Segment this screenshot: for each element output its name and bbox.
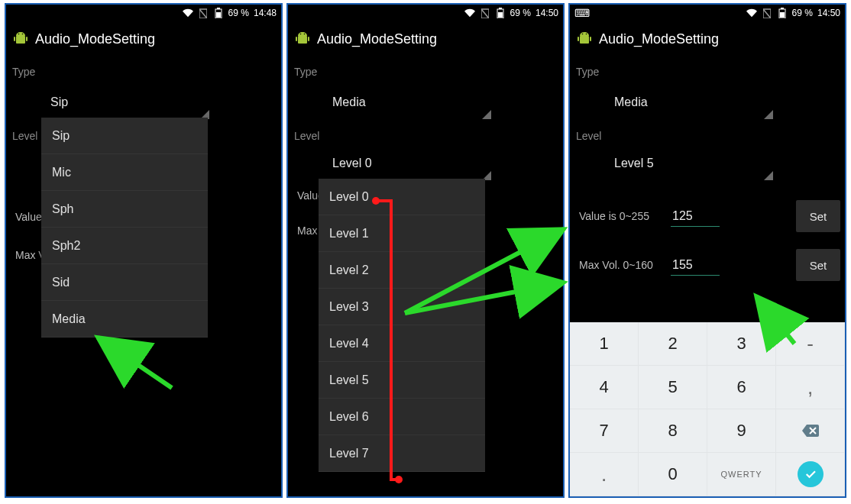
app-bar: Audio_ModeSetting <box>570 21 845 57</box>
svg-rect-6 <box>14 37 15 41</box>
wifi-icon <box>464 8 475 18</box>
status-bar: 69 % 14:48 <box>6 5 281 21</box>
svg-rect-23 <box>781 8 784 9</box>
dropdown-item[interactable]: Level 7 <box>319 435 485 472</box>
svg-point-9 <box>22 34 24 35</box>
key-backspace[interactable] <box>776 409 845 453</box>
backspace-icon <box>801 423 820 438</box>
key-done[interactable] <box>776 453 845 496</box>
svg-rect-26 <box>578 37 579 41</box>
max-vol-input[interactable] <box>671 255 720 276</box>
svg-point-28 <box>582 34 584 35</box>
check-icon <box>798 461 823 487</box>
type-spinner[interactable]: Media <box>323 86 491 119</box>
svg-rect-17 <box>308 37 309 41</box>
keyboard-indicator-icon: ⌨ <box>574 7 591 19</box>
level-spinner[interactable]: Level 0 <box>323 147 491 180</box>
svg-rect-25 <box>580 36 589 44</box>
key-5[interactable]: 5 <box>639 366 707 409</box>
battery-percent: 69 % <box>792 8 813 18</box>
key-qwerty[interactable]: QWERTY <box>707 453 776 496</box>
level-label: Level <box>294 130 558 142</box>
type-spinner[interactable]: Sip <box>41 86 209 119</box>
battery-icon <box>777 8 788 18</box>
type-label: Type <box>12 66 277 78</box>
clock: 14:50 <box>817 8 840 18</box>
value-input[interactable] <box>671 206 720 227</box>
svg-rect-13 <box>499 8 502 9</box>
dropdown-item[interactable]: Level 4 <box>319 325 485 362</box>
dropdown-item[interactable]: Sip <box>41 118 208 154</box>
svg-line-11 <box>481 9 489 18</box>
key-dot[interactable]: . <box>570 453 639 496</box>
dropdown-item[interactable]: Level 0 <box>319 179 485 215</box>
dropdown-item[interactable]: Mic <box>41 154 208 191</box>
set-value-button[interactable]: Set <box>796 200 840 232</box>
battery-percent: 69 % <box>228 8 249 18</box>
svg-line-1 <box>199 9 207 18</box>
svg-rect-14 <box>498 12 503 18</box>
app-title: Audio_ModeSetting <box>35 31 155 47</box>
dropdown-item[interactable]: Level 2 <box>319 252 485 289</box>
dropdown-item[interactable]: Level 6 <box>319 399 485 435</box>
wifi-icon <box>183 8 193 18</box>
svg-point-18 <box>300 34 302 35</box>
android-icon <box>574 29 594 49</box>
battery-percent: 69 % <box>510 8 531 18</box>
key-9[interactable]: 9 <box>707 409 776 453</box>
key-0[interactable]: 0 <box>639 453 707 496</box>
sim-icon <box>480 8 490 18</box>
key-2[interactable]: 2 <box>639 322 707 366</box>
dropdown-item[interactable]: Sid <box>41 264 208 301</box>
svg-rect-5 <box>16 36 25 44</box>
key-1[interactable]: 1 <box>570 322 639 366</box>
clock: 14:50 <box>536 8 558 18</box>
type-label: Type <box>294 66 558 78</box>
key-4[interactable]: 4 <box>570 366 639 409</box>
svg-line-21 <box>763 9 771 18</box>
phone-screenshot-1: 69 % 14:48 Audio_ModeSetting Type Sip Le… <box>5 3 283 498</box>
key-8[interactable]: 8 <box>639 409 707 453</box>
svg-point-8 <box>18 34 20 35</box>
set-max-vol-button[interactable]: Set <box>796 249 840 281</box>
app-bar: Audio_ModeSetting <box>6 21 281 57</box>
svg-point-19 <box>304 34 306 35</box>
key-minus[interactable]: - <box>776 322 845 366</box>
phone-screenshot-2: 69 % 14:50 Audio_ModeSetting Type Media … <box>286 3 565 498</box>
status-bar: ⌨ 69 % 14:50 <box>570 5 845 21</box>
key-6[interactable]: 6 <box>707 366 776 409</box>
max-vol-label: Max Vol. 0~160 <box>579 259 663 271</box>
app-bar: Audio_ModeSetting <box>288 21 563 57</box>
type-spinner[interactable]: Media <box>605 86 773 119</box>
key-comma[interactable]: , <box>776 366 845 409</box>
status-bar: 69 % 14:50 <box>288 5 563 21</box>
dropdown-item[interactable]: Level 3 <box>319 289 485 325</box>
key-3[interactable]: 3 <box>707 322 776 366</box>
value-label: Value is 0~255 <box>579 210 663 222</box>
android-icon <box>293 29 312 49</box>
sim-icon <box>762 8 772 18</box>
dropdown-item-media[interactable]: Media <box>41 301 208 338</box>
type-dropdown: Sip Mic Sph Sph2 Sid Media <box>41 118 208 338</box>
key-7[interactable]: 7 <box>570 409 639 453</box>
level-dropdown: Level 0 Level 1 Level 2 Level 3 Level 4 … <box>319 179 485 472</box>
clock: 14:48 <box>254 8 277 18</box>
dropdown-item[interactable]: Sph <box>41 191 208 228</box>
level-spinner[interactable]: Level 5 <box>605 147 773 180</box>
phone-screenshot-3: ⌨ 69 % 14:50 Audio_ModeSetting Type Me <box>568 3 846 498</box>
app-title: Audio_ModeSetting <box>317 31 437 47</box>
svg-point-29 <box>586 34 587 35</box>
svg-rect-16 <box>296 37 297 41</box>
battery-icon <box>495 8 506 18</box>
numeric-keypad: 1 2 3 - 4 5 6 , 7 8 9 <box>570 322 845 496</box>
sim-icon <box>198 8 209 18</box>
dropdown-item[interactable]: Level 1 <box>319 215 485 252</box>
svg-rect-27 <box>590 37 591 41</box>
svg-rect-15 <box>298 36 307 44</box>
android-icon <box>11 29 31 49</box>
dropdown-item[interactable]: Level 5 <box>319 362 485 399</box>
svg-rect-24 <box>780 12 785 18</box>
wifi-icon <box>746 8 757 18</box>
dropdown-item[interactable]: Sph2 <box>41 228 208 264</box>
svg-rect-7 <box>26 37 28 41</box>
